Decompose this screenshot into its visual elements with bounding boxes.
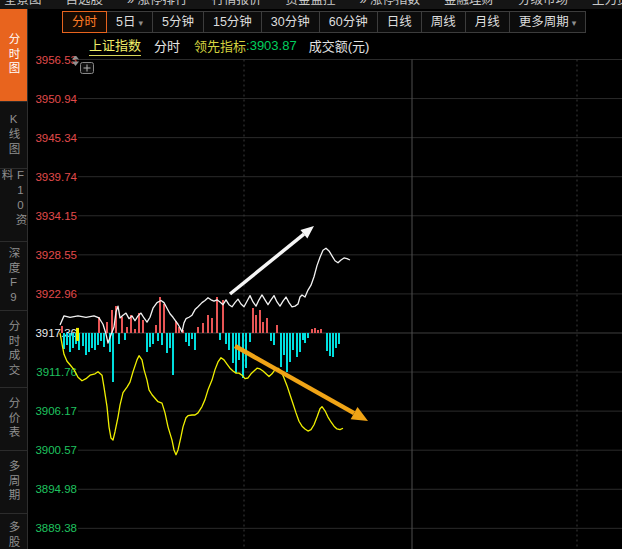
sidebar-tab-0[interactable]: 分时图 bbox=[0, 9, 27, 102]
toolbar-button-3[interactable]: 15分钟 bbox=[204, 11, 262, 33]
y-axis-label: 3922.96 bbox=[35, 288, 77, 300]
period-toolbar: 分时5日▾5分钟15分钟30分钟60分钟日线周线月线更多周期▾ bbox=[29, 9, 622, 35]
y-axis-label: 3894.98 bbox=[35, 483, 77, 495]
sidebar-tab-label: 分时图 bbox=[7, 33, 21, 77]
y-axis-label: 3928.55 bbox=[35, 249, 77, 261]
y-axis-label: 3911.76 bbox=[36, 366, 77, 378]
left-tab-sidebar: 分时图K线图F10资料深度F9分时成交分价表多周期多股 bbox=[0, 9, 28, 549]
sidebar-tab-4[interactable]: 分时成交 bbox=[0, 311, 27, 388]
sidebar-tab-label: F10资料 bbox=[0, 169, 27, 241]
chart-svg: 3956.533950.943945.343939.743934.153928.… bbox=[28, 56, 622, 549]
up-trend-arrow bbox=[230, 234, 304, 294]
sidebar-tab-1[interactable]: K线图 bbox=[0, 102, 27, 169]
top-menu-item-3[interactable]: 行情报价 bbox=[211, 0, 261, 9]
sidebar-tab-label: 多股 bbox=[7, 521, 21, 549]
top-menu-item-1[interactable]: 自选股 bbox=[66, 0, 104, 9]
y-axis-label: 3900.57 bbox=[35, 444, 77, 456]
mode-label: 分时 bbox=[154, 36, 180, 55]
sidebar-tab-label: 分时成交 bbox=[7, 320, 21, 378]
toolbar-button-label: 30分钟 bbox=[271, 15, 310, 29]
toolbar-button-7[interactable]: 周线 bbox=[422, 11, 466, 33]
toolbar-button-8[interactable]: 月线 bbox=[466, 11, 510, 33]
top-menu-item-8[interactable]: 主力资金 bbox=[592, 0, 622, 9]
top-menu-item-2[interactable]: » 涨停排行 bbox=[127, 0, 187, 9]
toolbar-button-label: 月线 bbox=[475, 15, 500, 29]
toolbar-button-label: 周线 bbox=[431, 15, 456, 29]
toolbar-button-label: 日线 bbox=[387, 15, 412, 29]
amount-label: 成交额(元) bbox=[309, 36, 370, 55]
y-axis-label: 3939.74 bbox=[35, 171, 77, 183]
toolbar-button-0[interactable]: 分时 bbox=[62, 11, 107, 33]
chart-area[interactable]: 3956.533950.943945.343939.743934.153928.… bbox=[28, 56, 622, 549]
toolbar-button-5[interactable]: 60分钟 bbox=[320, 11, 378, 33]
symbol-name[interactable]: 上证指数 bbox=[89, 35, 141, 56]
top-menu-bar: 全景图自选股» 涨停排行行情报价资金监控» 涨停指数金融理财分级市场主力资金 bbox=[0, 0, 622, 9]
sidebar-tab-label: 分价表 bbox=[7, 397, 21, 441]
sidebar-tab-7[interactable]: 多股 bbox=[0, 514, 27, 549]
toolbar-button-label: 15分钟 bbox=[213, 15, 252, 29]
toolbar-button-label: 60分钟 bbox=[329, 15, 368, 29]
indicator-value: :3903.87 bbox=[246, 38, 297, 53]
y-axis-label: 3950.94 bbox=[35, 93, 77, 105]
chart-header: 上证指数 分时 领先指标 :3903.87 成交额(元) bbox=[29, 35, 622, 55]
y-axis-label: 3945.34 bbox=[35, 132, 77, 144]
app-window: 全景图自选股» 涨停排行行情报价资金监控» 涨停指数金融理财分级市场主力资金 分… bbox=[0, 0, 622, 549]
toolbar-button-label: 5分钟 bbox=[162, 15, 194, 29]
toolbar-button-label: 分时 bbox=[72, 15, 97, 29]
down-trend-arrow bbox=[235, 346, 354, 413]
sidebar-tab-3[interactable]: 深度F9 bbox=[0, 242, 27, 311]
y-axis-label: 3889.38 bbox=[35, 522, 77, 534]
y-axis-label: 3906.17 bbox=[35, 405, 77, 417]
sidebar-tab-5[interactable]: 分价表 bbox=[0, 388, 27, 451]
y-axis-label: 3934.15 bbox=[35, 210, 77, 222]
toolbar-button-9[interactable]: 更多周期▾ bbox=[510, 11, 587, 33]
toolbar-button-label: 5日 bbox=[116, 15, 135, 29]
toolbar-button-1[interactable]: 5日▾ bbox=[107, 11, 153, 33]
toolbar-button-2[interactable]: 5分钟 bbox=[153, 11, 204, 33]
top-menu-item-4[interactable]: 资金监控 bbox=[285, 0, 335, 9]
toolbar-button-6[interactable]: 日线 bbox=[378, 11, 422, 33]
sidebar-tab-label: 深度F9 bbox=[7, 247, 21, 306]
sidebar-tab-label: K线图 bbox=[7, 113, 21, 157]
toolbar-button-label: 更多周期 bbox=[519, 15, 569, 29]
chevron-down-icon: ▾ bbox=[572, 18, 577, 28]
indicator-label: 领先指标 bbox=[194, 36, 246, 55]
sidebar-tab-6[interactable]: 多周期 bbox=[0, 451, 27, 514]
axis-current-value-marker bbox=[76, 328, 79, 341]
top-menu-item-0[interactable]: 全景图 bbox=[4, 0, 42, 9]
toolbar-button-4[interactable]: 30分钟 bbox=[262, 11, 320, 33]
y-axis-label: 3956.53 bbox=[35, 56, 77, 66]
top-menu-item-6[interactable]: 金融理财 bbox=[444, 0, 494, 9]
chevron-down-icon: ▾ bbox=[138, 18, 143, 28]
top-menu-item-7[interactable]: 分级市场 bbox=[518, 0, 568, 9]
price-line bbox=[60, 248, 350, 343]
top-menu-item-5[interactable]: » 涨停指数 bbox=[360, 0, 420, 9]
sidebar-tab-label: 多周期 bbox=[7, 460, 21, 504]
sidebar-tab-2[interactable]: F10资料 bbox=[0, 169, 27, 242]
